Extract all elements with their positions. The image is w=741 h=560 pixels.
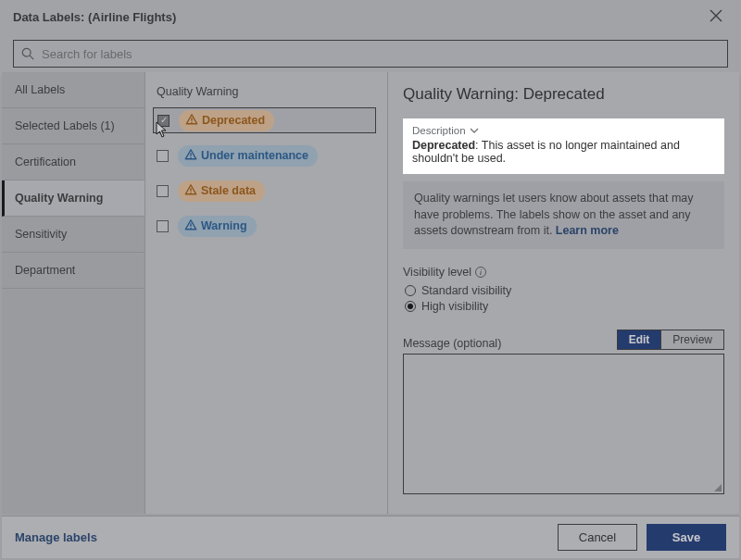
detail-panel: Quality Warning: Deprecated Description … — [388, 72, 739, 514]
close-icon — [710, 9, 722, 22]
label-text: Under maintenance — [201, 149, 308, 162]
svg-point-9 — [190, 227, 192, 229]
visibility-standard-label: Standard visibility — [421, 284, 511, 297]
svg-point-7 — [190, 192, 192, 193]
detail-title: Quality Warning: Deprecated — [403, 85, 724, 104]
search-input[interactable] — [40, 46, 720, 62]
label-list-heading: Quality Warning — [157, 85, 376, 98]
description-label-text: Description — [412, 125, 466, 136]
svg-point-0 — [22, 48, 31, 56]
info-icon[interactable]: i — [475, 267, 486, 278]
close-button[interactable] — [704, 6, 728, 29]
label-row-stale-data[interactable]: Stale data — [157, 178, 376, 204]
label-pill: Deprecated — [179, 110, 274, 131]
tab-preview[interactable]: Preview — [660, 330, 724, 350]
sidebar-item-all-labels[interactable]: All Labels — [2, 72, 144, 108]
visibility-standard-radio[interactable]: Standard visibility — [405, 284, 724, 297]
svg-point-3 — [191, 121, 193, 123]
message-textarea[interactable] — [403, 354, 724, 494]
sidebar-item-department[interactable]: Department — [2, 253, 144, 289]
label-row-deprecated[interactable]: Deprecated — [153, 107, 376, 133]
visibility-high-radio[interactable]: High visibility — [405, 300, 724, 313]
label-checkbox[interactable] — [157, 115, 170, 127]
tab-edit[interactable]: Edit — [617, 330, 661, 350]
label-text: Deprecated — [202, 114, 265, 127]
chevron-down-icon — [470, 128, 479, 133]
manage-labels-link[interactable]: Manage labels — [15, 530, 97, 544]
label-text: Warning — [201, 219, 247, 232]
message-tabs: Edit Preview — [617, 330, 724, 350]
sidebar-item-selected-labels-1-[interactable]: Selected Labels (1) — [2, 108, 144, 144]
svg-point-5 — [190, 156, 192, 158]
cursor-icon — [156, 121, 169, 138]
warning-icon — [185, 113, 202, 129]
sidebar-item-quality-warning[interactable]: Quality Warning — [2, 180, 144, 217]
search-icon — [21, 47, 34, 60]
label-pill: Warning — [178, 216, 257, 237]
warning-icon — [184, 183, 201, 199]
label-checkbox[interactable] — [157, 185, 169, 197]
warning-icon — [184, 218, 201, 234]
learn-more-link[interactable]: Learn more — [556, 224, 619, 237]
label-list-panel: Quality Warning DeprecatedUnder maintena… — [145, 72, 388, 514]
dialog-title: Data Labels: (Airline Flights) — [13, 10, 176, 24]
label-pill: Stale data — [178, 180, 265, 202]
info-callout: Quality warnings let users know about as… — [403, 181, 724, 249]
resize-handle-icon[interactable] — [712, 482, 722, 492]
label-checkbox[interactable] — [157, 150, 169, 162]
message-label: Message (optional) — [403, 337, 501, 350]
sidebar: All LabelsSelected Labels (1)Certificati… — [2, 72, 145, 514]
label-row-under-maintenance[interactable]: Under maintenance — [157, 143, 376, 168]
description-text: Deprecated: This asset is no longer main… — [412, 139, 715, 165]
search-input-wrapper[interactable] — [13, 40, 728, 68]
label-checkbox[interactable] — [157, 220, 169, 232]
save-button[interactable]: Save — [647, 524, 726, 551]
visibility-label: Visibility level i — [403, 266, 724, 279]
warning-icon — [184, 148, 201, 164]
label-pill: Under maintenance — [178, 145, 318, 167]
visibility-high-label: High visibility — [421, 300, 488, 313]
cancel-button[interactable]: Cancel — [558, 524, 637, 551]
label-text: Stale data — [201, 184, 256, 197]
sidebar-item-certification[interactable]: Certification — [2, 144, 144, 180]
label-row-warning[interactable]: Warning — [157, 213, 376, 239]
svg-line-1 — [30, 56, 33, 59]
description-label[interactable]: Description — [412, 125, 715, 136]
sidebar-item-sensitivity[interactable]: Sensitivity — [2, 217, 144, 253]
description-block: Description Deprecated: This asset is no… — [403, 118, 724, 174]
